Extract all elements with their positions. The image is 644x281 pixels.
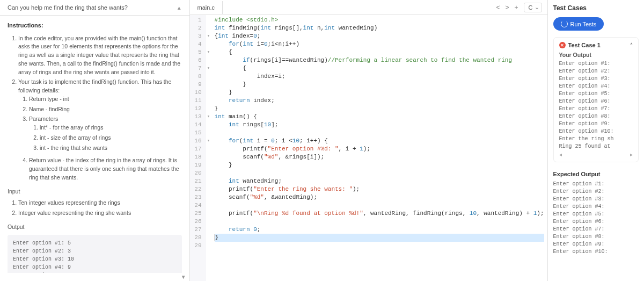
output-scrollbar[interactable]: ◂▸ [559, 152, 633, 157]
expected-output: Enter option #1: Enter option #2: Enter … [553, 181, 639, 256]
list-item: int* - for the array of rings [40, 124, 182, 132]
output-line: Enter option #1: 5 [13, 239, 177, 247]
fail-icon: ✕ [559, 42, 566, 48]
testcases-heading: Test Cases [553, 4, 639, 12]
output-line: Enter option #2: 3 [13, 247, 177, 255]
your-output: Enter option #1: Enter option #2: Enter … [559, 60, 633, 150]
chevron-up-icon[interactable]: ˄ [630, 42, 633, 48]
prev-icon[interactable]: < [496, 4, 500, 11]
instructions-heading: Instructions: [8, 21, 182, 30]
instructions-body[interactable]: Instructions: In the code editor, you ar… [0, 16, 189, 273]
instructions-panel: Can you help me find the ring that she w… [0, 0, 190, 281]
run-tests-button[interactable]: Run Tests [553, 17, 604, 31]
list-item: Integer value representing the ring she … [18, 209, 182, 218]
fold-gutter: ▾ ▾ ▾ ▾ ▾ [206, 15, 211, 281]
testcase-title: Test Case 1 [568, 42, 601, 48]
code-editor[interactable]: 1234567891011121314151617181920212223242… [190, 15, 547, 281]
list-item: Ten integer values representing the ring… [18, 199, 182, 207]
list-item: int - size of the array of rings [40, 134, 182, 142]
question-text: Can you help me find the ring that she w… [8, 4, 128, 11]
editor-panel: main.c < > + C 1234567891011121314151617… [190, 0, 548, 281]
testcase-header: ✕ Test Case 1 ˄ [559, 42, 633, 48]
question-bar: Can you help me find the ring that she w… [0, 0, 189, 16]
testcase-card[interactable]: ✕ Test Case 1 ˄ Your Output Enter option… [553, 37, 639, 162]
params-list: int* - for the array of rings int - size… [29, 124, 182, 152]
input-list: Ten integer values representing the ring… [8, 199, 182, 218]
list-item: int - the ring that she wants [40, 144, 182, 153]
details-list: Return type - int Name - findRing Parame… [18, 95, 182, 182]
expected-output-label: Expected Output [553, 171, 639, 177]
output-line: Enter option #4: 9 [13, 263, 177, 271]
output-heading: Output [8, 223, 182, 232]
language-select[interactable]: C [524, 3, 542, 12]
your-output-label: Your Output [559, 52, 633, 58]
list-item: Return value - the index of the ring in … [29, 156, 182, 182]
list-item: Your task is to implement the findRing()… [18, 78, 182, 182]
tab-bar: main.c < > + C [190, 0, 547, 15]
list-item: Name - findRing [29, 105, 182, 114]
tab-main-c[interactable]: main.c [190, 1, 223, 14]
list-item: Parameters int* - for the array of rings… [29, 115, 182, 152]
next-icon[interactable]: > [506, 4, 509, 11]
sample-output-box: Enter option #1: 5 Enter option #2: 3 En… [8, 235, 182, 273]
scroll-up-icon[interactable]: ▲ [177, 5, 182, 11]
testcases-panel: Test Cases Run Tests ✕ Test Case 1 ˄ You… [548, 0, 645, 281]
list-item: Return type - int [29, 95, 182, 104]
scroll-down-icon[interactable]: ▼ [0, 273, 189, 281]
instructions-list: In the code editor, you are provided wit… [8, 34, 182, 182]
list-item: In the code editor, you are provided wit… [18, 34, 182, 77]
output-line: Enter option #3: 10 [13, 255, 177, 263]
code-content[interactable]: #include <stdio.h> int findRing(int ring… [211, 15, 547, 281]
input-heading: Input [8, 188, 182, 196]
line-gutter: 1234567891011121314151617181920212223242… [190, 15, 206, 281]
tab-actions: < > + C [496, 3, 547, 12]
add-icon[interactable]: + [515, 4, 518, 11]
